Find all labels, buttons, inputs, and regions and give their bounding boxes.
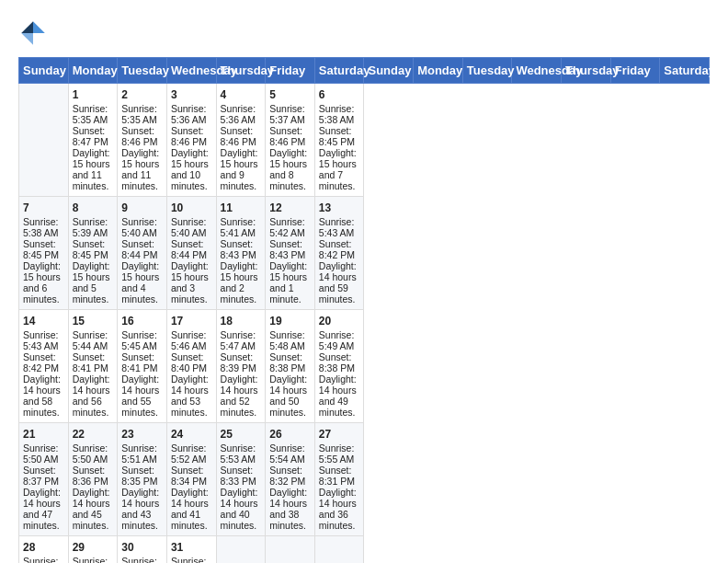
- calendar-cell: 9Sunrise: 5:40 AMSunset: 8:44 PMDaylight…: [118, 197, 167, 310]
- calendar-cell: 5Sunrise: 5:37 AMSunset: 8:46 PMDaylight…: [266, 84, 315, 197]
- day-number: 11: [221, 201, 262, 214]
- logo: [18, 18, 51, 48]
- calendar-cell: 10Sunrise: 5:40 AMSunset: 8:44 PMDayligh…: [166, 197, 216, 310]
- day-number: 8: [73, 201, 114, 214]
- day-info: Sunrise: 5:55 AM: [319, 442, 360, 465]
- day-info: Sunset: 8:47 PM: [73, 125, 114, 147]
- day-info: and 11 minutes.: [73, 169, 114, 191]
- day-number: 16: [121, 315, 163, 327]
- day-info: Sunrise: 5:56 AM: [23, 556, 64, 563]
- day-info: Sunrise: 5:42 AM: [269, 216, 311, 238]
- day-info: and 7 minutes.: [319, 169, 360, 191]
- calendar-cell: 14Sunrise: 5:43 AMSunset: 8:42 PMDayligh…: [19, 310, 69, 423]
- calendar-cell: [216, 536, 266, 564]
- column-header-saturday: Saturday: [660, 58, 710, 84]
- day-info: Daylight: 14 hours: [221, 373, 262, 396]
- day-number: 25: [221, 428, 262, 441]
- day-info: and 9 minutes.: [221, 169, 262, 191]
- day-info: Sunset: 8:45 PM: [319, 125, 360, 147]
- day-number: 17: [171, 315, 212, 327]
- page-header: [18, 18, 710, 48]
- day-info: and 11 minutes.: [121, 169, 163, 191]
- column-header-tuesday: Tuesday: [118, 58, 167, 84]
- day-info: and 5 minutes.: [73, 282, 114, 304]
- day-info: and 50 minutes.: [269, 396, 311, 418]
- day-info: Sunrise: 5:43 AM: [23, 329, 64, 351]
- day-info: and 6 minutes.: [23, 282, 64, 304]
- calendar-cell: [314, 536, 364, 564]
- day-number: 18: [221, 315, 262, 327]
- day-info: Daylight: 14 hours: [269, 487, 311, 509]
- day-number: 7: [23, 201, 64, 214]
- day-info: Sunrise: 5:41 AM: [221, 216, 262, 238]
- day-info: Sunset: 8:46 PM: [171, 125, 212, 147]
- column-header-wednesday: Wednesday: [512, 58, 562, 84]
- calendar-cell: 31Sunrise: 5:59 AMSunset: 8:27 PMDayligh…: [166, 536, 216, 564]
- column-header-friday: Friday: [610, 58, 660, 84]
- calendar-cell: 13Sunrise: 5:43 AMSunset: 8:42 PMDayligh…: [314, 197, 364, 310]
- svg-marker-1: [21, 21, 33, 33]
- day-info: Sunrise: 5:58 AM: [121, 556, 163, 563]
- day-info: Sunrise: 5:53 AM: [221, 442, 262, 465]
- day-info: Sunset: 8:41 PM: [73, 351, 114, 373]
- day-info: and 2 minutes.: [221, 282, 262, 304]
- day-info: Sunset: 8:33 PM: [221, 465, 262, 487]
- day-info: and 59 minutes.: [319, 282, 360, 304]
- calendar-cell: 4Sunrise: 5:36 AMSunset: 8:46 PMDaylight…: [216, 84, 266, 197]
- day-info: and 49 minutes.: [319, 396, 360, 418]
- day-info: Sunrise: 5:39 AM: [73, 216, 114, 238]
- day-info: and 8 minutes.: [269, 169, 311, 191]
- day-info: Sunrise: 5:49 AM: [319, 329, 360, 351]
- day-info: Daylight: 14 hours: [269, 373, 311, 396]
- day-info: and 52 minutes.: [221, 396, 262, 418]
- calendar-cell: 11Sunrise: 5:41 AMSunset: 8:43 PMDayligh…: [216, 197, 266, 310]
- day-info: Sunrise: 5:43 AM: [319, 216, 360, 238]
- day-info: Daylight: 14 hours: [171, 373, 212, 396]
- day-info: Sunrise: 5:54 AM: [269, 442, 311, 465]
- day-info: Sunrise: 5:52 AM: [171, 442, 212, 465]
- day-info: and 1 minute.: [269, 282, 311, 304]
- day-number: 19: [269, 315, 311, 327]
- column-header-sunday: Sunday: [19, 58, 69, 84]
- day-info: Daylight: 14 hours: [121, 487, 163, 509]
- day-info: Sunset: 8:44 PM: [121, 238, 163, 260]
- day-number: 14: [23, 315, 64, 327]
- day-info: Sunrise: 5:50 AM: [23, 442, 64, 465]
- day-info: Daylight: 14 hours: [319, 487, 360, 509]
- calendar-cell: 16Sunrise: 5:45 AMSunset: 8:41 PMDayligh…: [118, 310, 167, 423]
- day-info: Sunrise: 5:37 AM: [269, 103, 311, 125]
- day-info: Sunset: 8:44 PM: [171, 238, 212, 260]
- calendar-cell: 6Sunrise: 5:38 AMSunset: 8:45 PMDaylight…: [314, 84, 364, 197]
- day-number: 23: [121, 428, 163, 441]
- day-info: and 43 minutes.: [121, 509, 163, 531]
- day-number: 5: [269, 88, 311, 101]
- calendar-cell: 12Sunrise: 5:42 AMSunset: 8:43 PMDayligh…: [266, 197, 315, 310]
- day-info: and 45 minutes.: [73, 509, 114, 531]
- day-info: Sunset: 8:36 PM: [73, 465, 114, 487]
- day-info: Sunset: 8:38 PM: [269, 351, 311, 373]
- day-info: Sunrise: 5:38 AM: [23, 216, 64, 238]
- week-row-5: 28Sunrise: 5:56 AMSunset: 8:30 PMDayligh…: [19, 536, 710, 564]
- day-info: Daylight: 15 hours: [73, 260, 114, 282]
- day-info: Sunset: 8:31 PM: [319, 465, 360, 487]
- day-info: Sunset: 8:46 PM: [269, 125, 311, 147]
- column-header-monday: Monday: [414, 58, 463, 84]
- calendar-cell: 30Sunrise: 5:58 AMSunset: 8:28 PMDayligh…: [118, 536, 167, 564]
- calendar-cell: 15Sunrise: 5:44 AMSunset: 8:41 PMDayligh…: [68, 310, 118, 423]
- calendar-cell: 17Sunrise: 5:46 AMSunset: 8:40 PMDayligh…: [166, 310, 216, 423]
- day-info: Sunset: 8:34 PM: [171, 465, 212, 487]
- day-info: and 58 minutes.: [23, 396, 64, 418]
- column-header-thursday: Thursday: [562, 58, 611, 84]
- day-info: and 47 minutes.: [23, 509, 64, 531]
- calendar-cell: 1Sunrise: 5:35 AMSunset: 8:47 PMDaylight…: [68, 84, 118, 197]
- day-info: Sunset: 8:46 PM: [121, 125, 163, 147]
- day-info: Sunset: 8:42 PM: [319, 238, 360, 260]
- day-number: 12: [269, 201, 311, 214]
- day-info: and 55 minutes.: [121, 396, 163, 418]
- day-info: Sunrise: 5:57 AM: [73, 556, 114, 563]
- day-info: Daylight: 15 hours: [221, 260, 262, 282]
- day-number: 29: [73, 541, 114, 554]
- column-header-tuesday: Tuesday: [462, 58, 512, 84]
- day-info: Sunset: 8:42 PM: [23, 351, 64, 373]
- calendar-cell: [19, 84, 69, 197]
